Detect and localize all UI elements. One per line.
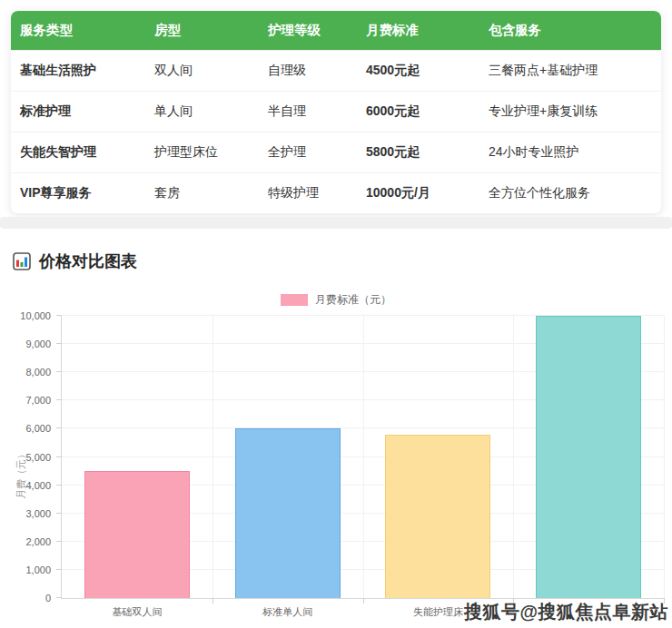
legend-label: 月费标准（元） xyxy=(315,292,391,308)
cell-price: 4500元起 xyxy=(357,51,479,92)
table-row: 失能失智护理 护理型床位 全护理 5800元起 24小时专业照护 xyxy=(11,132,661,173)
header-service-type: 服务类型 xyxy=(11,11,145,51)
y-tick-label: 8,000 xyxy=(4,367,51,378)
cell-room: 套房 xyxy=(145,173,259,214)
section-divider xyxy=(0,217,672,229)
cell-includes: 专业护理+康复训练 xyxy=(479,92,661,132)
bar-slot xyxy=(513,316,664,598)
y-tick-label: 2,000 xyxy=(4,536,51,547)
chart-bar[interactable] xyxy=(385,435,490,598)
y-tick-label: 3,000 xyxy=(4,508,51,519)
cell-level: 特级护理 xyxy=(259,173,357,214)
pricing-table-card: 服务类型 房型 护理等级 月费标准 包含服务 基础生活照护 双人间 自理级 45… xyxy=(11,11,661,213)
price-comparison-chart: 月费标准（元） 月费（元） 01,0002,0003,0004,0005,000… xyxy=(0,289,672,610)
cell-price: 10000元/月 xyxy=(357,173,479,214)
table-row: VIP尊享服务 套房 特级护理 10000元/月 全方位个性化服务 xyxy=(11,173,661,214)
y-tick-label: 9,000 xyxy=(4,339,51,349)
cell-price: 5800元起 xyxy=(357,132,479,173)
chart-bar[interactable] xyxy=(84,471,190,598)
y-tick-label: 0 xyxy=(4,593,51,603)
x-tick-mark xyxy=(363,598,364,603)
chart-legend[interactable]: 月费标准（元） xyxy=(0,292,672,308)
y-tick-label: 6,000 xyxy=(4,423,51,434)
cell-service: 基础生活照护 xyxy=(11,51,145,92)
y-tick-label: 4,000 xyxy=(4,480,51,491)
table-row: 标准护理 单人间 半自理 6000元起 专业护理+康复训练 xyxy=(11,92,661,132)
header-included-services: 包含服务 xyxy=(479,11,661,51)
chart-section-title: 价格对比图表 xyxy=(13,250,137,272)
cell-price: 6000元起 xyxy=(357,92,479,132)
legend-swatch xyxy=(281,294,308,306)
header-care-level: 护理等级 xyxy=(259,11,357,51)
y-tick-label: 10,000 xyxy=(4,310,51,321)
y-tick-label: 1,000 xyxy=(4,564,51,575)
section-title-text: 价格对比图表 xyxy=(39,250,137,272)
bar-slots: 基础双人间标准单人间失能护理床 xyxy=(62,316,664,598)
bar-chart-icon xyxy=(13,252,31,270)
chart-bar[interactable] xyxy=(536,316,641,598)
cell-level: 半自理 xyxy=(259,92,357,132)
header-monthly-fee: 月费标准 xyxy=(357,11,479,51)
header-room-type: 房型 xyxy=(145,11,259,51)
cell-service: 标准护理 xyxy=(11,92,145,132)
x-tick-mark xyxy=(212,598,213,603)
y-tick-label: 7,000 xyxy=(4,395,51,406)
cell-includes: 全方位个性化服务 xyxy=(479,173,661,214)
pricing-table: 服务类型 房型 护理等级 月费标准 包含服务 基础生活照护 双人间 自理级 45… xyxy=(11,11,661,213)
table-row: 基础生活照护 双人间 自理级 4500元起 三餐两点+基础护理 xyxy=(11,51,661,92)
watermark: 搜狐号@搜狐焦点阜新站 xyxy=(464,600,668,624)
cell-room: 护理型床位 xyxy=(145,132,259,173)
cell-service: 失能失智护理 xyxy=(11,132,145,173)
table-header-row: 服务类型 房型 护理等级 月费标准 包含服务 xyxy=(11,11,661,51)
bar-slot: 基础双人间 xyxy=(62,316,212,598)
y-tick-label: 5,000 xyxy=(4,452,51,463)
cell-includes: 三餐两点+基础护理 xyxy=(479,51,661,92)
cell-level: 自理级 xyxy=(259,51,357,92)
bar-slot: 标准单人间 xyxy=(212,316,363,598)
cell-level: 全护理 xyxy=(259,132,357,173)
x-axis-label: 基础双人间 xyxy=(62,605,212,619)
x-axis-label: 标准单人间 xyxy=(212,605,363,619)
gridline-vertical xyxy=(664,316,665,598)
plot-area: 01,0002,0003,0004,0005,0006,0007,0008,00… xyxy=(61,316,664,599)
bar-slot: 失能护理床 xyxy=(363,316,514,598)
chart-bar[interactable] xyxy=(235,428,341,598)
cell-room: 双人间 xyxy=(145,51,259,92)
cell-service: VIP尊享服务 xyxy=(11,173,145,214)
cell-room: 单人间 xyxy=(145,92,259,132)
cell-includes: 24小时专业照护 xyxy=(479,132,661,173)
